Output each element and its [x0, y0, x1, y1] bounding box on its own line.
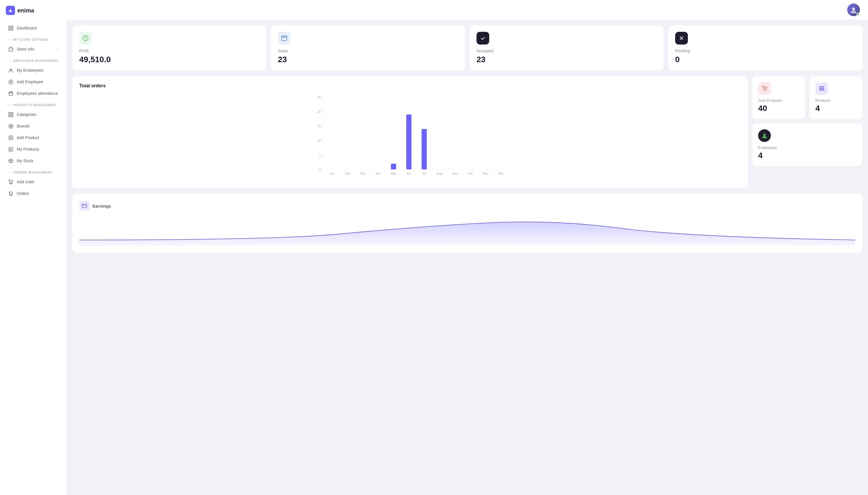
section-employees: EMPLOYEES MANAGEMENT: [0, 55, 66, 64]
accepted-icon: [477, 32, 489, 45]
svg-point-13: [10, 125, 12, 127]
svg-text:Sep: Sep: [452, 172, 458, 175]
accepted-value: 23: [477, 55, 657, 64]
svg-rect-0: [9, 26, 11, 28]
mini-card-sold-products: Sold Products 40: [752, 76, 805, 119]
bottom-section: Total orders 0 5: [72, 76, 862, 188]
sidebar-item-add-employee[interactable]: Add Employee: [2, 76, 64, 87]
svg-text:20: 20: [318, 110, 321, 113]
earnings-card: Earnings: [72, 194, 862, 253]
svg-text:Jul: Jul: [422, 172, 426, 175]
svg-text:25: 25: [318, 96, 321, 99]
profit-label: Profit: [79, 49, 259, 53]
earnings-chart-area: [79, 217, 855, 246]
sales-icon: [278, 32, 291, 45]
add-employee-icon: [8, 79, 13, 84]
svg-rect-10: [9, 115, 11, 117]
user-avatar[interactable]: [847, 3, 860, 16]
mini-card-products: Products 4: [810, 76, 862, 119]
employees-attendance-label: Employees attendance: [17, 91, 58, 96]
add-order-label: Add order: [17, 180, 34, 184]
my-employees-label: My Employees: [17, 68, 44, 72]
sidebar-item-add-product[interactable]: Add Product: [2, 132, 64, 143]
chart-title: Total orders: [79, 83, 741, 88]
svg-point-17: [11, 195, 12, 195]
svg-rect-61: [819, 88, 824, 89]
svg-text:Mar: Mar: [360, 172, 366, 175]
brands-label: Brands: [17, 124, 30, 129]
sales-value: 23: [278, 55, 458, 64]
right-cards: Sold Products 40 Products: [752, 76, 862, 188]
employees-summary-icon: [758, 129, 771, 142]
earnings-header: Earnings: [79, 201, 855, 211]
store-info-label: Store Info: [17, 47, 34, 51]
total-orders-chart: Total orders 0 5: [72, 76, 748, 188]
stats-row: Profit 49,510.0 Sales 23: [72, 25, 862, 71]
svg-rect-3: [11, 29, 13, 30]
svg-text:10: 10: [318, 139, 321, 142]
section-products: PRODUCTS MANAGEMENT: [0, 100, 66, 108]
svg-point-59: [766, 90, 767, 91]
svg-rect-39: [406, 115, 411, 169]
svg-rect-7: [9, 92, 13, 96]
products-value: 4: [815, 104, 856, 113]
svg-rect-64: [82, 204, 87, 208]
svg-point-12: [9, 124, 13, 128]
svg-point-18: [852, 7, 855, 11]
sidebar-item-categories[interactable]: Categories: [2, 109, 64, 120]
employee-summary-card: Employees 4: [752, 123, 862, 166]
online-status-dot: [856, 13, 859, 16]
profit-icon: [79, 32, 92, 45]
sidebar-item-add-order[interactable]: Add order: [2, 176, 64, 187]
logo[interactable]: enima: [0, 6, 66, 22]
bar-chart-svg: 0 5 10 15 20 25: [79, 94, 741, 181]
svg-text:Jun: Jun: [406, 172, 411, 175]
svg-point-15: [11, 183, 12, 184]
add-product-icon: [8, 135, 13, 140]
svg-point-16: [10, 195, 11, 195]
sidebar-item-employees-attendance[interactable]: Employees attendance: [2, 88, 64, 99]
dashboard-label: Dashboard: [17, 26, 37, 30]
my-products-icon: [8, 147, 13, 152]
sidebar: enima Dashboard MY STORE SETTINGS Store …: [0, 0, 67, 495]
sidebar-item-orders[interactable]: Orders: [2, 188, 64, 199]
pending-label: Pending: [675, 49, 855, 53]
pending-icon: [675, 32, 688, 45]
earnings-icon: [79, 201, 90, 211]
store-info-arrow: ›: [57, 47, 58, 51]
sidebar-item-my-stock[interactable]: My Stock: [2, 155, 64, 166]
sidebar-item-store-info[interactable]: Store Info ›: [2, 44, 64, 55]
add-product-label: Add Product: [17, 135, 39, 140]
sold-products-label: Sold Products: [758, 98, 799, 103]
svg-text:Nov: Nov: [482, 172, 488, 175]
sidebar-item-my-products[interactable]: My Products: [2, 144, 64, 155]
orders-icon: [8, 191, 13, 196]
main-content: Profit 49,510.0 Sales 23: [67, 0, 868, 495]
my-stock-icon: [8, 158, 13, 164]
sidebar-item-brands[interactable]: Brands: [2, 121, 64, 132]
svg-text:Jan: Jan: [329, 172, 335, 175]
categories-label: Categories: [17, 112, 36, 117]
orders-label: Orders: [17, 191, 29, 196]
sales-label: Sales: [278, 49, 458, 53]
logo-icon: [6, 6, 15, 15]
my-stock-label: My Stock: [17, 158, 34, 163]
brands-icon: [8, 123, 13, 129]
employees-summary-label: Employees: [758, 146, 856, 150]
svg-point-63: [763, 134, 766, 136]
svg-rect-40: [422, 129, 427, 169]
svg-rect-20: [282, 36, 287, 40]
sidebar-item-my-employees[interactable]: My Employees: [2, 65, 64, 76]
sidebar-item-dashboard[interactable]: Dashboard: [2, 22, 64, 34]
svg-text:May: May: [391, 172, 397, 175]
products-label: Products: [815, 98, 856, 103]
svg-text:0: 0: [319, 168, 321, 171]
svg-rect-60: [819, 86, 824, 87]
app-name: enima: [17, 7, 34, 14]
svg-rect-38: [391, 164, 396, 169]
employees-summary-value: 4: [758, 151, 856, 160]
svg-text:Dec: Dec: [498, 172, 504, 175]
pending-value: 0: [675, 55, 855, 64]
earnings-curve-svg: [79, 217, 855, 246]
svg-text:5: 5: [319, 153, 321, 157]
